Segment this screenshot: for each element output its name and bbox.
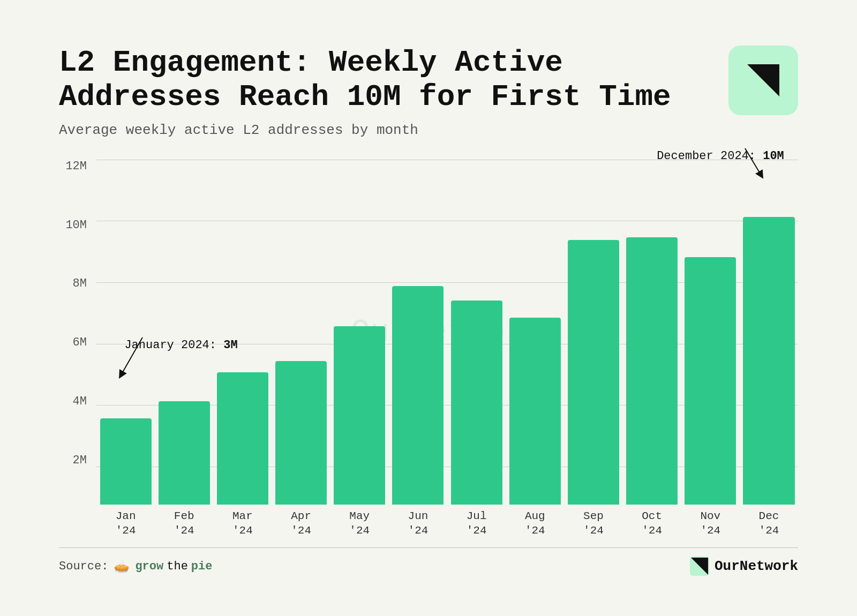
bar-group-sep xyxy=(564,160,622,505)
y-label-12m: 12M xyxy=(65,160,87,173)
title-block: L2 Engagement: Weekly ActiveAddresses Re… xyxy=(59,46,707,138)
x-label-nov: Nov'24 xyxy=(681,505,740,542)
bar-group-dec xyxy=(740,160,798,505)
y-label-10m: 10M xyxy=(65,219,87,232)
x-label-jun: Jun'24 xyxy=(389,505,447,542)
x-label-oct: Oct'24 xyxy=(623,505,681,542)
bar-jan xyxy=(100,418,152,505)
bars-area: OurNetwork January 2024: 3MDecember 2024… xyxy=(96,160,798,505)
x-label-mar: Mar'24 xyxy=(213,505,272,542)
bar-mar xyxy=(217,372,268,505)
bar-sep xyxy=(568,240,619,505)
source-text: Source: 🥧 growthepie xyxy=(59,559,212,574)
x-label-feb: Feb'24 xyxy=(155,505,213,542)
bar-group-jul xyxy=(447,160,506,505)
bar-group-aug xyxy=(506,160,564,505)
main-title: L2 Engagement: Weekly ActiveAddresses Re… xyxy=(59,46,707,115)
x-label-may: May'24 xyxy=(330,505,389,542)
x-label-sep: Sep'24 xyxy=(564,505,622,542)
growthepie-label: growthepie xyxy=(135,560,212,573)
y-label-4m: 4M xyxy=(73,395,87,408)
bar-group-nov xyxy=(681,160,740,505)
bar-feb xyxy=(159,401,210,505)
ournetwork-name: OurNetwork xyxy=(715,558,798,574)
bar-oct xyxy=(626,237,678,505)
subtitle: Average weekly active L2 addresses by mo… xyxy=(59,122,707,138)
bar-aug xyxy=(509,318,561,505)
ournetwork-footer-label: OurNetwork xyxy=(690,557,798,576)
y-axis: 12M 10M 8M 6M 4M 2M xyxy=(59,160,96,505)
bars-row xyxy=(96,160,798,505)
title-bold: L2 Engagement: xyxy=(59,46,329,80)
ournetwork-logo-icon xyxy=(742,59,785,102)
chart-area: 12M 10M 8M 6M 4M 2M OurNetwork January xyxy=(59,160,798,542)
chart-inner: 12M 10M 8M 6M 4M 2M OurNetwork January xyxy=(59,160,798,505)
bar-nov xyxy=(685,257,736,505)
bar-apr xyxy=(275,361,327,505)
growthepie-icon: 🥧 xyxy=(114,559,130,574)
source-label: Source: xyxy=(59,560,108,573)
bar-group-jan xyxy=(96,160,155,505)
bar-group-mar xyxy=(213,160,272,505)
header: L2 Engagement: Weekly ActiveAddresses Re… xyxy=(59,46,798,138)
bar-dec xyxy=(743,217,794,505)
x-label-jul: Jul'24 xyxy=(447,505,506,542)
bar-jun xyxy=(392,286,443,505)
x-labels: Jan'24Feb'24Mar'24Apr'24May'24Jun'24Jul'… xyxy=(59,505,798,542)
card: L2 Engagement: Weekly ActiveAddresses Re… xyxy=(16,13,841,603)
x-label-dec: Dec'24 xyxy=(740,505,798,542)
y-label-8m: 8M xyxy=(73,277,87,290)
ournetwork-logo-box xyxy=(728,46,798,115)
ournetwork-footer-icon xyxy=(690,557,709,576)
x-label-aug: Aug'24 xyxy=(506,505,564,542)
bar-group-apr xyxy=(272,160,330,505)
y-label-2m: 2M xyxy=(73,454,87,467)
x-label-jan: Jan'24 xyxy=(96,505,155,542)
bar-group-oct xyxy=(623,160,681,505)
bar-group-may xyxy=(330,160,389,505)
bar-jul xyxy=(451,301,502,505)
footer: Source: 🥧 growthepie OurNetwork xyxy=(59,547,798,576)
bar-group-jun xyxy=(389,160,447,505)
x-label-apr: Apr'24 xyxy=(272,505,330,542)
bar-group-feb xyxy=(155,160,213,505)
y-label-6m: 6M xyxy=(73,336,87,349)
x-labels-row: Jan'24Feb'24Mar'24Apr'24May'24Jun'24Jul'… xyxy=(96,505,798,542)
bar-may xyxy=(334,326,385,505)
